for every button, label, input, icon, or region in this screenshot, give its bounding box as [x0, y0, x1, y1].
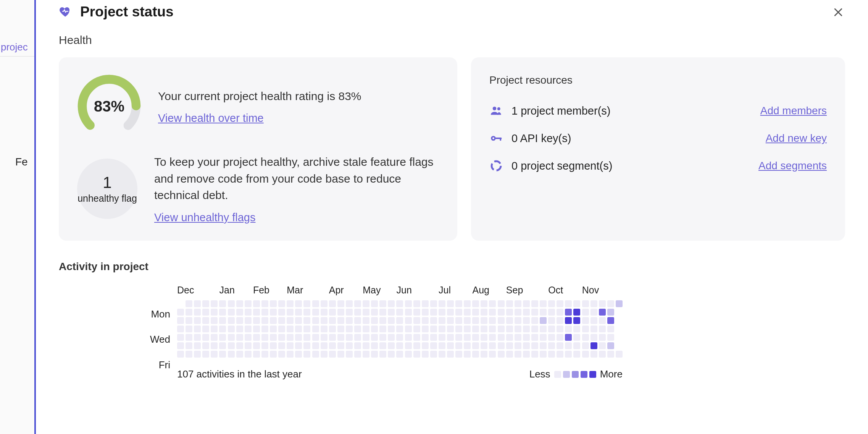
day-cell: [245, 326, 252, 332]
month-label: May: [363, 285, 396, 296]
day-cell: [253, 309, 260, 316]
week-column: [573, 300, 580, 358]
day-cell: [565, 309, 572, 316]
day-cell: [329, 300, 336, 307]
day-cell: [186, 317, 192, 324]
week-column: [515, 300, 521, 358]
day-cell: [430, 317, 437, 324]
day-cell: [616, 326, 623, 332]
day-cell: [346, 342, 353, 349]
day-cell: [261, 317, 268, 324]
close-button[interactable]: [831, 5, 845, 19]
day-cell: [498, 351, 505, 358]
day-cell: [515, 351, 521, 358]
add-segments-link[interactable]: Add segments: [758, 160, 827, 172]
day-cell: [582, 300, 589, 307]
week-column: [405, 300, 412, 358]
day-cell: [582, 334, 589, 341]
day-cell: [472, 334, 479, 341]
day-cell: [202, 309, 209, 316]
day-cell: [489, 342, 496, 349]
day-cell: [413, 326, 420, 332]
day-cell: [481, 326, 487, 332]
legend-less: Less: [529, 368, 550, 380]
legend-swatch-0: [554, 371, 561, 378]
week-column: [590, 300, 597, 358]
day-cell: [439, 342, 445, 349]
day-cell: [253, 317, 260, 324]
day-cell: [599, 309, 606, 316]
day-cell: [582, 317, 589, 324]
day-cell: [422, 309, 429, 316]
day-cell: [363, 334, 369, 341]
day-cell: [472, 326, 479, 332]
week-column: [236, 300, 243, 358]
day-cell: [346, 326, 353, 332]
day-cell: [312, 326, 319, 332]
week-column: [430, 300, 437, 358]
week-column: [177, 300, 184, 358]
day-cell: [245, 334, 252, 341]
day-cell: [337, 342, 344, 349]
day-cell: [557, 317, 563, 324]
add-members-link[interactable]: Add members: [760, 105, 827, 117]
day-cell: [599, 334, 606, 341]
day-cell: [498, 342, 505, 349]
day-cell: [607, 334, 614, 341]
week-column: [321, 300, 328, 358]
day-cell: [405, 326, 412, 332]
month-label: Nov: [582, 285, 616, 296]
week-column: [194, 300, 201, 358]
day-cell: [557, 342, 563, 349]
day-cell: [540, 300, 547, 307]
health-rating-desc: Your current project health rating is 83…: [158, 88, 361, 105]
day-cell: [540, 309, 547, 316]
view-unhealthy-flags-link[interactable]: View unhealthy flags: [154, 211, 439, 224]
day-cell: [278, 309, 285, 316]
day-cell: [531, 326, 538, 332]
day-cell: [464, 317, 471, 324]
day-cell: [498, 317, 505, 324]
day-cell: [278, 334, 285, 341]
day-cell: [582, 309, 589, 316]
health-rating-row: 83% Your current project health rating i…: [77, 74, 439, 138]
week-column: [312, 300, 319, 358]
day-cell: [616, 342, 623, 349]
day-cell: [186, 309, 192, 316]
day-cell: [270, 342, 277, 349]
day-cell: [186, 342, 192, 349]
day-cell: [405, 317, 412, 324]
day-cell: [287, 300, 294, 307]
day-cell: [363, 300, 369, 307]
day-cell: [455, 334, 462, 341]
day-cell: [177, 317, 184, 324]
day-cell: [455, 317, 462, 324]
day-cell: [219, 317, 226, 324]
day-cell: [177, 309, 184, 316]
day-cell: [573, 351, 580, 358]
view-health-over-time-link[interactable]: View health over time: [158, 112, 361, 125]
day-cell: [422, 300, 429, 307]
day-cell: [422, 334, 429, 341]
legend-swatch-2: [572, 371, 579, 378]
day-cell: [346, 351, 353, 358]
day-cell: [295, 317, 302, 324]
month-label: Jun: [397, 285, 439, 296]
day-cell: [439, 309, 445, 316]
day-cell: [321, 309, 328, 316]
day-cell: [405, 334, 412, 341]
day-cell: [515, 309, 521, 316]
legend-swatch-1: [563, 371, 570, 378]
add-new-key-link[interactable]: Add new key: [766, 132, 827, 144]
day-cell: [261, 326, 268, 332]
day-cell: [363, 326, 369, 332]
day-cell: [303, 342, 310, 349]
day-cell: [303, 317, 310, 324]
day-cell: [186, 334, 192, 341]
day-cell: [523, 309, 530, 316]
day-cell: [489, 317, 496, 324]
day-cell: [506, 342, 513, 349]
day-cell: [515, 326, 521, 332]
day-cell: [388, 342, 395, 349]
day-cell: [439, 351, 445, 358]
